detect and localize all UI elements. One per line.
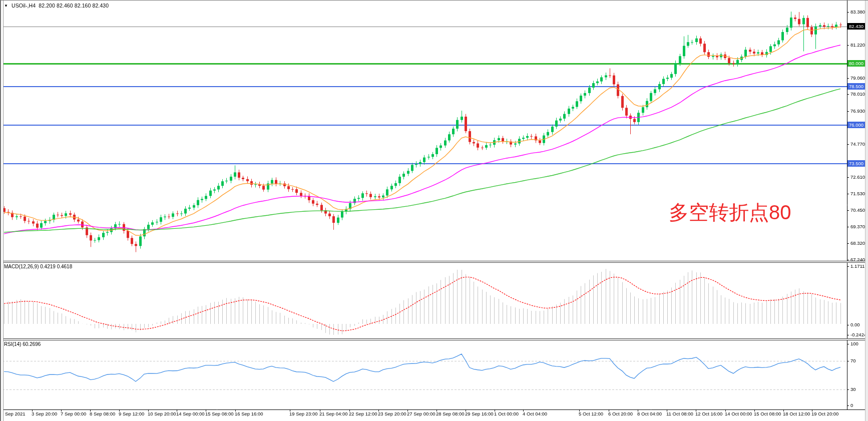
macd-axis-label-0.00: 0.00 (850, 322, 860, 327)
macd-axis-label-1.1711: 1.1711 (850, 263, 864, 269)
rsi-title: RSI(14) (4, 341, 21, 347)
time-axis-label: 27 Sep 00:00 (407, 411, 436, 416)
price-level-line-73.5[interactable] (3, 163, 847, 164)
macd-label: MACD(12,26,9) 0.4219 0.4618 (4, 264, 72, 269)
rsi-axis-label-70: 70 (850, 358, 856, 363)
trading-chart-window: ▼USOil-,H4 82.200 82.460 82.160 82.430 多… (0, 0, 868, 421)
symbol-dropdown-icon[interactable]: ▼ (4, 4, 8, 8)
price-axis-tick-79.060: 79.060 (850, 75, 865, 81)
time-axis-label: 28 Sep 08:00 (436, 411, 465, 416)
time-axis-label: 22 Sep 12:00 (349, 411, 377, 416)
time-axis-label: 3 Sep 20:00 (32, 411, 57, 416)
time-axis-label: 14 Oct 00:00 (725, 411, 752, 416)
time-axis-label: 14 Sep 00:00 (176, 411, 205, 416)
ohlc-low: 82.160 (75, 3, 91, 9)
time-axis-label: 16 Sep 16:00 (235, 411, 263, 416)
price-axis-tick-67.240: 67.240 (850, 257, 865, 262)
time-axis-label: 15 Sep 08:00 (205, 411, 234, 416)
price-axis-tick-71.530: 71.530 (850, 191, 865, 196)
time-axis-label: 8 Sep 08:00 (90, 411, 115, 416)
window-left-border (0, 1, 4, 421)
price-axis-tick-68.320: 68.320 (850, 240, 865, 246)
price-level-line-76[interactable] (3, 125, 847, 126)
time-axis-label: 9 Sep 12:00 (119, 411, 144, 416)
window-right-border (865, 1, 868, 421)
time-axis-label: 4 Oct 04:00 (523, 411, 547, 416)
macd-title: MACD(12,26,9) (4, 264, 39, 269)
rsi-axis-label-100: 100 (850, 341, 858, 346)
rsi-panel[interactable] (0, 340, 868, 409)
time-axis-label: 12 Oct 16:00 (695, 411, 722, 416)
symbol-info-bar: ▼USOil-,H4 82.200 82.460 82.160 82.430 (4, 3, 109, 9)
time-axis-label: 19 Oct 20:00 (811, 411, 838, 416)
time-axis-label: 2 Sep 2021 (1, 411, 26, 416)
time-axis-label: 19 Sep 23:00 (289, 411, 318, 416)
price-level-line-80[interactable] (3, 63, 847, 65)
price-axis-tick-70.450: 70.450 (850, 207, 865, 213)
symbol-name: USOil-,H4 (12, 3, 36, 9)
price-axis-tick-76.930: 76.930 (850, 108, 865, 114)
rsi-axis-label-30: 30 (850, 386, 856, 392)
price-axis-tick-83.380: 83.380 (850, 9, 865, 15)
price-axis-tick-72.610: 72.610 (850, 174, 865, 180)
time-axis-label: 18 Oct 12:00 (783, 411, 810, 416)
macd-signal-value: 0.4618 (57, 264, 73, 269)
panel-splitter-1[interactable] (0, 261, 868, 263)
time-axis-label: 15 Oct 08:00 (754, 411, 781, 416)
price-axis-tick-69.370: 69.370 (850, 224, 865, 229)
price-axis-tick-78.010: 78.010 (850, 91, 865, 97)
rsi-label: RSI(14) 60.2696 (4, 341, 41, 347)
current-price-line (3, 27, 847, 27)
macd-panel[interactable] (0, 262, 868, 338)
time-axis-label: 8 Oct 04:00 (637, 411, 662, 416)
price-axis-tick-81.220: 81.220 (850, 42, 865, 48)
time-axis-label: 10 Sep 20:00 (148, 411, 176, 416)
time-axis-label: 11 Oct 08:00 (666, 411, 693, 416)
time-axis-label: 7 Sep 00:00 (61, 411, 86, 416)
time-axis-label: 5 Oct 12:00 (579, 411, 603, 416)
price-axis-tick-74.770: 74.770 (850, 141, 865, 147)
rsi-axis-label-0: 0 (850, 402, 853, 408)
macd-main-value: 0.4219 (40, 264, 56, 269)
ohlc-open: 82.200 (39, 3, 55, 9)
time-axis-label: 1 Oct 00:00 (494, 411, 519, 416)
macd-axis-label--0.2424: -0.2424 (850, 332, 866, 337)
ohlc-close: 82.430 (92, 3, 109, 9)
time-axis-label: 29 Sep 16:00 (465, 411, 494, 416)
rsi-value: 60.2696 (23, 341, 41, 347)
panel-splitter-2[interactable] (0, 338, 868, 340)
annotation-text[interactable]: 多空转折点80 (669, 199, 791, 226)
price-level-line-78.5[interactable] (3, 86, 847, 87)
ohlc-high: 82.460 (57, 3, 73, 9)
time-axis-label: 6 Oct 20:00 (608, 411, 633, 416)
time-axis-label: 21 Sep 04:00 (319, 411, 348, 416)
time-axis-label: 23 Sep 20:00 (378, 411, 406, 416)
